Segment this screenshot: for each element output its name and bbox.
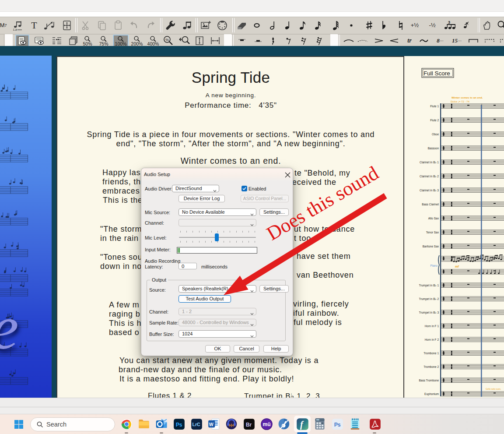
svg-text:Bass Trombone: Bass Trombone — [419, 379, 439, 382]
svg-text:3: 3 — [448, 20, 450, 25]
svg-text:W: W — [209, 422, 214, 427]
svg-text:Cello solo cues.: Cello solo cues. — [486, 388, 501, 390]
svg-text:Horn in F 2: Horn in F 2 — [425, 338, 439, 341]
svg-text:Bassoon: Bassoon — [428, 147, 439, 150]
svg-text:Br: Br — [245, 421, 252, 427]
svg-text:LrC: LrC — [192, 422, 200, 427]
svg-text:La: La — [13, 28, 17, 31]
svg-text:Clarinet in B♭ 3: Clarinet in B♭ 3 — [420, 189, 439, 192]
svg-text:Alto Sax: Alto Sax — [428, 217, 439, 220]
svg-text:Trumpet in B♭ 1: Trumpet in B♭ 1 — [419, 284, 439, 287]
svg-text:Baritone Sax: Baritone Sax — [423, 245, 439, 248]
svg-text:Clarinet in B♭ 2: Clarinet in B♭ 2 — [420, 175, 439, 178]
svg-text:Flute 2: Flute 2 — [430, 119, 439, 122]
svg-text:Trombone 2: Trombone 2 — [424, 365, 439, 368]
svg-text:Ps: Ps — [175, 421, 182, 427]
svg-text:Full Score: Full Score — [424, 70, 450, 77]
svg-text:Trumpet in B♭ 3: Trumpet in B♭ 3 — [419, 311, 439, 314]
svg-text:Ps: Ps — [334, 421, 340, 427]
svg-text:%: % — [165, 38, 169, 42]
svg-text:Horn in F 1: Horn in F 1 — [425, 325, 439, 328]
svg-text:mf: mf — [455, 265, 459, 268]
svg-text:Oboe: Oboe — [432, 133, 439, 136]
svg-text:Tenor Sax: Tenor Sax — [426, 231, 439, 234]
svg-text:Bass Clarinet: Bass Clarinet — [422, 203, 439, 206]
svg-text:Dolce 𝅘𝅥= 72 - 74: Dolce 𝅘𝅥= 72 - 74 — [451, 100, 469, 103]
svg-text:mŭ: mŭ — [262, 421, 270, 427]
svg-text:Clarinet in B♭ 1: Clarinet in B♭ 1 — [420, 161, 439, 164]
svg-text:Piano: Piano — [430, 264, 438, 267]
svg-text:Euphonium: Euphonium — [424, 392, 439, 396]
svg-text:Trumpet in B♭ 2: Trumpet in B♭ 2 — [419, 297, 439, 301]
svg-text:Winter comes to an end.: Winter comes to an end. — [452, 96, 483, 99]
svg-text:Trombone 1: Trombone 1 — [424, 352, 439, 355]
svg-text:Flute 1: Flute 1 — [430, 105, 439, 108]
